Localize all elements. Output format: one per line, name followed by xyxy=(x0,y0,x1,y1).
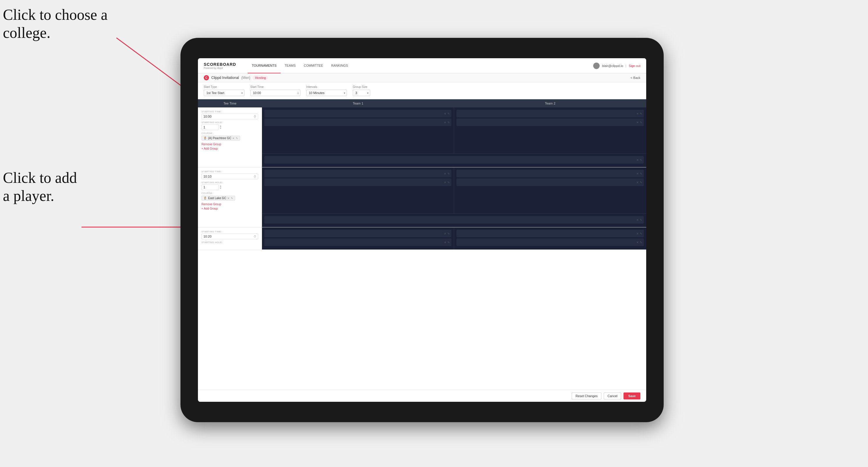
course-icon-1: 🏌 xyxy=(204,136,207,140)
breadcrumb-status: Hosting xyxy=(253,75,268,80)
nav-link-tournaments[interactable]: TOURNAMENTS xyxy=(248,58,281,73)
hole-stepper-1[interactable]: ▲ ▼ xyxy=(219,125,222,130)
slot-x-icon[interactable]: ✕ xyxy=(636,181,639,184)
reset-button[interactable]: Reset Changes xyxy=(572,393,601,400)
course-label-2: COURSE: xyxy=(202,192,258,194)
slot-x-icon[interactable]: ✕ xyxy=(636,218,639,222)
group-3: STARTING TIME: ⏱ STARTING HOLE: ✕ xyxy=(198,227,646,250)
slot-x-icon[interactable]: ✕ xyxy=(636,232,639,235)
slot-x-icon[interactable]: ✕ xyxy=(636,112,639,115)
slot-x-icon[interactable]: ✕ xyxy=(636,172,639,175)
player-slot-2-2-2[interactable]: ✕ ✎ xyxy=(457,179,644,186)
group-1: STARTING TIME: ⏱ STARTING HOLE: ▲ ▼ xyxy=(198,107,646,167)
intervals-select-wrapper: 10 Minutes xyxy=(306,90,347,96)
header-team2: Team 2 xyxy=(454,99,646,107)
header-tee-time: Tee Time xyxy=(198,99,262,107)
breadcrumb-event: Clippd Invitational xyxy=(211,76,239,80)
group-size-select-wrapper: 3 xyxy=(353,90,370,96)
intervals-select[interactable]: 10 Minutes xyxy=(306,90,347,96)
slot-edit-icon[interactable]: ✎ xyxy=(640,172,642,175)
start-type-select-wrapper: 1st Tee Start xyxy=(204,90,245,96)
footer-bar: Reset Changes Cancel Save xyxy=(198,390,646,402)
starting-time-input-3[interactable] xyxy=(202,234,258,239)
add-group-2[interactable]: + Add Group xyxy=(202,207,258,211)
schedule-table: Tee Time Team 1 Team 2 STARTING TIME: ⏱ xyxy=(198,99,646,250)
table-header: Tee Time Team 1 Team 2 xyxy=(198,99,646,107)
starting-hole-input-2[interactable] xyxy=(202,184,219,190)
start-time-input[interactable] xyxy=(250,90,300,96)
nav-link-rankings[interactable]: RANKINGS xyxy=(327,58,352,73)
group-1-teams: ✕ ✎ ✕ ✎ ✕ ✎ xyxy=(262,107,646,153)
slot-edit-icon[interactable]: ✎ xyxy=(640,158,642,162)
slot-x-icon[interactable]: ✕ xyxy=(444,232,446,235)
slot-x-icon[interactable]: ✕ xyxy=(444,172,446,175)
slot-edit-icon[interactable]: ✎ xyxy=(447,112,450,115)
save-button[interactable]: Save xyxy=(623,393,640,400)
course-remove-2[interactable]: ✕ xyxy=(227,197,230,200)
group-2-teams: ✕ ✎ ✕ ✎ ✕ ✎ xyxy=(262,167,646,213)
player-slot-3-1-1[interactable]: ✕ ✎ xyxy=(264,230,452,237)
slot-edit-icon[interactable]: ✎ xyxy=(447,121,450,124)
group-1-actions: Remove Group + Add Group xyxy=(202,143,258,151)
player-slot-3-2-2[interactable]: ✕ ✎ xyxy=(457,239,644,246)
starting-time-input-1[interactable] xyxy=(202,114,258,119)
remove-group-1[interactable]: Remove Group xyxy=(202,143,258,146)
add-group-1[interactable]: + Add Group xyxy=(202,147,258,151)
player-slot-1-1-2[interactable]: ✕ ✎ xyxy=(264,119,452,126)
slot-edit-icon[interactable]: ✎ xyxy=(640,121,642,124)
start-type-select[interactable]: 1st Tee Start xyxy=(204,90,245,96)
hole-stepper-2[interactable]: ▲ ▼ xyxy=(219,185,222,190)
slot-x-icon[interactable]: ✕ xyxy=(636,158,639,162)
slot-x-icon[interactable]: ✕ xyxy=(636,121,639,124)
start-type-field: Start Type 1st Tee Start xyxy=(204,85,245,96)
group-2-controls: STARTING TIME: ⏱ STARTING HOLE: ▲ ▼ xyxy=(198,167,262,213)
player-slot-2-1-1[interactable]: ✕ ✎ xyxy=(264,170,452,177)
course-edit-2[interactable]: ✎ xyxy=(231,197,233,200)
player-slot-1-2-2[interactable]: ✕ ✎ xyxy=(457,119,644,126)
slot-x-icon[interactable]: ✕ xyxy=(444,121,446,124)
player-slot-3-2-1[interactable]: ✕ ✎ xyxy=(457,230,644,237)
nav-right: blair@clippd.io | Sign out xyxy=(593,63,640,69)
remove-group-2[interactable]: Remove Group xyxy=(202,203,258,206)
player-slot-3-1-2[interactable]: ✕ ✎ xyxy=(264,239,452,246)
slot-x-icon[interactable]: ✕ xyxy=(444,181,446,184)
back-button[interactable]: < Back xyxy=(630,76,640,80)
starting-hole-label-1: STARTING HOLE: xyxy=(202,121,258,124)
group-2: STARTING TIME: ⏱ STARTING HOLE: ▲ ▼ xyxy=(198,167,646,227)
slot-x-icon[interactable]: ✕ xyxy=(444,112,446,115)
user-avatar xyxy=(593,63,600,69)
slot-edit-icon[interactable]: ✎ xyxy=(447,172,450,175)
group-2-team2: ✕ ✎ ✕ ✎ xyxy=(454,167,646,213)
course-tag-2[interactable]: 🏌 East Lake GC ✕ ✎ xyxy=(202,196,235,200)
slot-edit-icon[interactable]: ✎ xyxy=(640,181,642,184)
tablet-frame: SCOREBOARD Powered by clippd TOURNAMENTS… xyxy=(181,38,664,422)
starting-time-input-2[interactable] xyxy=(202,174,258,179)
course-edit-1[interactable]: ✎ xyxy=(236,137,238,140)
starting-hole-input-1[interactable] xyxy=(202,124,219,130)
slot-edit-icon[interactable]: ✎ xyxy=(447,232,450,235)
course-remove-1[interactable]: ✕ xyxy=(232,137,235,140)
slot-edit-icon[interactable]: ✎ xyxy=(447,181,450,184)
player-slot-2-2-1[interactable]: ✕ ✎ xyxy=(457,170,644,177)
course-label-1: COURSE: xyxy=(202,132,258,134)
nav-link-committee[interactable]: COMMITTEE xyxy=(300,58,327,73)
slot-edit-icon[interactable]: ✎ xyxy=(640,232,642,235)
annotation-choose-college: Click to choose a college. xyxy=(3,6,108,42)
course-slot-2-1[interactable]: ✕ ✎ xyxy=(264,216,644,224)
nav-link-teams[interactable]: TEAMS xyxy=(281,58,300,73)
slot-edit-icon[interactable]: ✎ xyxy=(447,241,450,244)
group-size-select[interactable]: 3 xyxy=(353,90,370,96)
slot-x-icon[interactable]: ✕ xyxy=(444,241,446,244)
course-tag-1[interactable]: 🏌 (A) Peachtree GC ✕ ✎ xyxy=(202,136,240,141)
slot-edit-icon[interactable]: ✎ xyxy=(640,112,642,115)
slot-x-icon[interactable]: ✕ xyxy=(636,241,639,244)
sign-out-link[interactable]: Sign out xyxy=(629,64,640,67)
player-slot-1-2-1[interactable]: ✕ ✎ xyxy=(457,110,644,117)
slot-edit-icon[interactable]: ✎ xyxy=(640,241,642,244)
cancel-button[interactable]: Cancel xyxy=(604,393,621,400)
player-slot-2-1-2[interactable]: ✕ ✎ xyxy=(264,179,452,186)
player-slot-1-1-1[interactable]: ✕ ✎ xyxy=(264,110,452,117)
slot-edit-icon[interactable]: ✎ xyxy=(640,218,642,222)
course-slot-1-1[interactable]: ✕ ✎ xyxy=(264,156,644,164)
group-size-field: Group Size 3 xyxy=(353,85,370,96)
